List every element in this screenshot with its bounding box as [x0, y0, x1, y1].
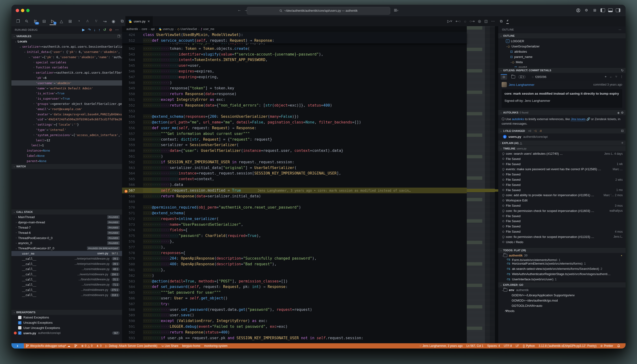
- code-line-546[interactable]: 546················expires=expires,: [122, 68, 467, 74]
- aux-action-1-icon[interactable]: ⚡: [506, 18, 509, 24]
- autolink-add-icon[interactable]: ◈: [617, 111, 620, 114]
- breakpoint-row[interactable]: ✓Uncaught Exceptions: [12, 320, 122, 326]
- zoom-window-button[interactable]: [26, 9, 30, 12]
- outline-item-usergroupserializer[interactable]: ⌄◇UserGroupSerializer: [498, 44, 626, 49]
- code-line-543[interactable]: 543················identifier=slugify(va…: [122, 52, 467, 57]
- stack-frame-row[interactable]: __call__.../root/middleware.py318:1: [12, 292, 122, 298]
- todos-section-header[interactable]: ⌄TODOS: FLAT (39): [498, 248, 626, 253]
- code-line-554[interactable]: 554····@extend_schema(responses={200: Se…: [122, 114, 467, 120]
- back-icon[interactable]: ←: [609, 75, 612, 79]
- changed-file-row[interactable]: ± users.py authentik/core/api: [498, 134, 626, 140]
- tools-row[interactable]: ›⚒ tools: [498, 308, 626, 314]
- code-line-585[interactable]: 585········"""Set password for user""": [122, 290, 467, 295]
- callstack-section-header[interactable]: ⌄CALL STACK: [12, 209, 122, 214]
- code-line-591[interactable]: 591············LOGGER.debug(event="Faile…: [122, 324, 467, 330]
- more-actions-icon[interactable]: ⋯: [619, 28, 622, 31]
- stack-frame-row[interactable]: __call__.../root/middleware.py275:1: [12, 287, 122, 292]
- code-line-576[interactable]: 576············},: [122, 238, 467, 244]
- code-line-571[interactable]: 571····@extend_schema(: [122, 210, 467, 216]
- toggle-secondary-sidebar-icon[interactable]: [616, 8, 620, 12]
- activity-testing-icon[interactable]: △: [58, 18, 64, 25]
- autolinks-link[interactable]: autolinks: [512, 117, 524, 121]
- editor-action-5-icon[interactable]: ◫: [484, 19, 488, 23]
- code-line-570[interactable]: 570····@permission_required(obj_perm="au…: [122, 204, 467, 210]
- code-line-424[interactable]: 424class UserViewSet(UsedByMixin, ModelV…: [122, 32, 467, 38]
- variable-row[interactable]: ⌄'user' = {'pk': 6, 'username': 'akadmin…: [12, 54, 122, 60]
- sparkle-icon[interactable]: ✧: [621, 141, 624, 145]
- variable-row[interactable]: ›function variables: [12, 65, 122, 70]
- thread-row[interactable]: ⌄ThreadPoolExecutor-37_0PAUSED ON BREAKP…: [12, 246, 122, 251]
- settings-gear-icon[interactable]: ⚙: [584, 8, 589, 13]
- variable-row[interactable]: 'uid' = '49d24724dfa590a20fb5961e9c6673c…: [12, 117, 122, 122]
- code-line-582[interactable]: 582····): [122, 273, 467, 278]
- thread-row[interactable]: ›MainThreadPAUSED: [12, 214, 122, 220]
- status-language[interactable]: {}Python: [521, 344, 537, 348]
- code-line-584[interactable]: 584····def set_password(self, request: R…: [122, 284, 467, 290]
- tab-users-py[interactable]: users.py ✕: [126, 16, 153, 26]
- variable-row[interactable]: len() = 1: [12, 143, 122, 148]
- code-line-574[interactable]: 574············fields={: [122, 228, 467, 233]
- code-line-x[interactable]: ············response["group_pk"] = str(o…: [122, 44, 467, 46]
- activity-github-icon[interactable]: ◔: [76, 18, 82, 25]
- status-blame[interactable]: ◌Jens Langhammer, 3 years ago: [418, 344, 464, 348]
- stash-tab[interactable]: 12 ±: [510, 74, 528, 80]
- outline-section-header[interactable]: ⌄OUTLINE: [498, 33, 626, 38]
- code-line-581[interactable]: 581········},: [122, 267, 467, 273]
- breakpoint-row[interactable]: Raised Exceptions: [12, 315, 122, 320]
- breadcrumb-item[interactable]: api: [151, 28, 155, 31]
- code-line-563[interactable]: 563············serializer.initial_data["…: [122, 165, 467, 171]
- status-live-share[interactable]: ↝Live Share: [159, 344, 180, 348]
- status-debug-session[interactable]: ▷Debug: Attach Server Core (authentik): [104, 344, 159, 348]
- layout-dropdown-icon[interactable]: ⊞˅: [394, 8, 398, 12]
- debug-more-icon[interactable]: ⋯: [115, 28, 119, 32]
- variable-row[interactable]: ⌄initial_data = {'user': {'pk': 6, 'user…: [12, 49, 122, 54]
- timeline-item[interactable]: File Saved: [498, 213, 626, 218]
- activity-play-circle-icon[interactable]: ◉: [110, 18, 116, 25]
- thread-row[interactable]: ›Thread-7PAUSED: [12, 225, 122, 230]
- todo-file-row[interactable]: ›TSWebAuthnAuthenticatorRegisterStage.ts…: [498, 272, 626, 277]
- variable-row[interactable]: 'name' = 'authentik Default Admin': [12, 86, 122, 91]
- breadcrumb-item[interactable]: ◇UserViewSet: [177, 28, 197, 31]
- code-line-553[interactable]: 553: [122, 108, 467, 114]
- breadcrumb-item[interactable]: authentik: [126, 28, 138, 31]
- code-line-569[interactable]: 569: [122, 199, 467, 205]
- variable-row[interactable]: 'email' = 'root@example.com': [12, 106, 122, 112]
- breadcrumb[interactable]: authentik›core›api›users.py›◇UserViewSet…: [122, 26, 498, 32]
- command-center[interactable]: ~/dev/authentik/authentik/core/api/users…: [247, 7, 390, 14]
- code-line-577[interactable]: 577········),: [122, 244, 467, 250]
- thread-row[interactable]: ›ThreadPoolExecutor-0_0PAUSED: [12, 235, 122, 240]
- todo-file-row[interactable]: ›TSUserInterface.ts (web/src/user) 1: [498, 277, 626, 282]
- code-line-561[interactable]: 561········): [122, 154, 467, 159]
- variable-row[interactable]: ›'system_permissions' = ['access_admin_i…: [12, 132, 122, 138]
- editor-action-3-icon[interactable]: ◌⇢: [470, 19, 474, 23]
- code-line-555[interactable]: 555····@action(url_path="me", url_name="…: [122, 120, 467, 125]
- code-line-586[interactable]: 586········user: User = self.get_object(…: [122, 295, 467, 301]
- variable-row[interactable]: 'username' = 'akadmin': [12, 80, 122, 86]
- todo-file-row[interactable]: ›TSak-search-select-view.ts (web/src/ele…: [498, 266, 626, 272]
- debug-continue-icon[interactable]: ▶: [82, 28, 85, 32]
- variable-row[interactable]: ›'settings' = {'locale': ''}: [12, 122, 122, 127]
- breakpoint-checkbox[interactable]: ✓: [18, 321, 22, 324]
- code-line-573[interactable]: 573············name="UserPasswordSetSeri…: [122, 222, 467, 228]
- code-line-552[interactable]: 552············return Response(data={"no…: [122, 102, 467, 108]
- outline-item-logger[interactable]: ≡LOGGER: [498, 38, 626, 44]
- pin-icon[interactable]: ⌖: [605, 75, 606, 79]
- timeline-item[interactable]: File Saved1 wk: [498, 162, 626, 166]
- timeline-item[interactable]: File Saved: [498, 172, 626, 177]
- status-interpreter[interactable]: 3.12.8 ('authentik-xEAhpGPh-py3.12': Poe…: [537, 344, 598, 348]
- timeline-item[interactable]: File Saved1 mo: [498, 187, 626, 192]
- code-line-556[interactable]: 556····def user_me(self, request: Reques…: [122, 125, 467, 131]
- env-row[interactable]: ⌄env authentik: [498, 288, 626, 293]
- timeline-item[interactable]: Undo / Redo: [498, 239, 626, 244]
- variable-row[interactable]: 'avatar' = 'data:image/svg+xml;base64,PH…: [12, 112, 122, 117]
- watch-section-header[interactable]: ⌄WATCH: [12, 164, 122, 169]
- refresh-icon[interactable]: ↻: [621, 69, 624, 72]
- editor-action-2-icon[interactable]: ◌: [464, 19, 466, 23]
- code-line-588[interactable]: 588············user.set_password(request…: [122, 307, 467, 312]
- code-line-580[interactable]: 580············400: OpenApiResponse(desc…: [122, 261, 467, 267]
- timeline-item[interactable]: Workspace Edit: [498, 198, 626, 203]
- variable-row[interactable]: ⌄Locals: [12, 39, 122, 44]
- code-line-542[interactable]: 542············token: Token = Token.obje…: [122, 46, 467, 52]
- commit-author-link[interactable]: Jens Langhammer: [509, 83, 534, 86]
- close-window-button[interactable]: [16, 9, 19, 12]
